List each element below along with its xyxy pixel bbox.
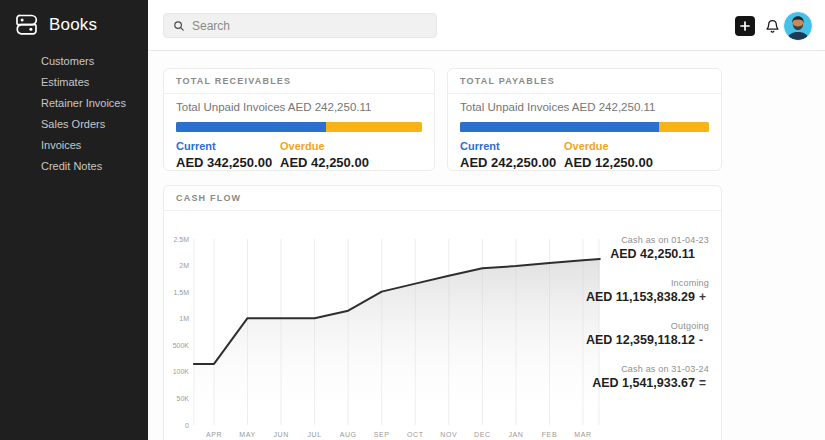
books-dashboard: Books Home Items [0, 0, 825, 440]
payables-title: TOTAL PAYABLES [448, 69, 721, 94]
app-logo[interactable]: Books [0, 0, 148, 47]
svg-text:JUL: JUL [308, 431, 322, 438]
svg-text:SEP: SEP [374, 431, 390, 438]
svg-text:1M: 1M [179, 315, 189, 322]
search-input[interactable] [192, 19, 412, 33]
notifications-button[interactable] [762, 16, 782, 36]
svg-text:2.5M: 2.5M [173, 236, 189, 243]
quick-add-button[interactable] [735, 16, 755, 36]
receivables-current-value: AED 342,250.00 [176, 155, 280, 170]
cash-flow-title: CASH FLOW [164, 186, 721, 211]
stat-value: AED 42,250.11 [610, 247, 695, 261]
books-logo-icon [13, 11, 40, 38]
stat-value: AED 12,359,118.12 [586, 333, 695, 347]
svg-text:50K: 50K [177, 395, 190, 402]
svg-text:APR: APR [206, 431, 222, 438]
payables-progress-bar [460, 122, 709, 132]
svg-text:2M: 2M [179, 262, 189, 269]
stat-outgoing: Outgoing AED 12,359,118.12- [549, 321, 709, 347]
search-icon [173, 20, 185, 32]
payables-current-segment [460, 122, 659, 132]
sidebar-item-invoices[interactable]: Invoices [0, 134, 148, 155]
svg-text:FEB: FEB [542, 431, 557, 438]
equals-symbol: = [699, 376, 709, 390]
receivables-subtitle: Total Unpaid Invoices AED 242,250.11 [176, 101, 422, 113]
total-payables-card: TOTAL PAYABLES Total Unpaid Invoices AED… [447, 68, 722, 171]
cash-flow-chart: 2.5M2M1.5M1M500K100K50K0APRMAYJUNJULAUGS… [169, 229, 609, 440]
search-box [163, 13, 437, 38]
svg-text:JAN: JAN [508, 431, 523, 438]
receivables-progress-bar [176, 122, 422, 132]
payables-subtitle: Total Unpaid Invoices AED 242,250.11 [460, 101, 709, 113]
stat-opening-balance: Cash as on 01-04-23 AED 42,250.11 [549, 235, 709, 261]
stat-incoming: Incoming AED 11,153,838.29+ [549, 278, 709, 304]
payables-current-label: Current [460, 140, 564, 152]
bell-icon [764, 18, 781, 35]
topbar [148, 0, 825, 51]
sidebar-item-customers[interactable]: Customers [0, 50, 148, 71]
svg-text:NOV: NOV [440, 431, 457, 438]
cash-flow-stats: Cash as on 01-04-23 AED 42,250.11 Incomi… [549, 235, 709, 407]
app-title: Books [49, 15, 97, 35]
minus-symbol: - [699, 333, 709, 347]
svg-text:1.5M: 1.5M [173, 289, 189, 296]
svg-text:500K: 500K [173, 342, 190, 349]
svg-text:JUN: JUN [273, 431, 288, 438]
cash-flow-card: CASH FLOW 2.5M2M1.5M1M500K100K50K0APRMAY… [163, 185, 722, 440]
svg-text:DEC: DEC [474, 431, 491, 438]
stat-value: AED 11,153,838.29 [586, 290, 695, 304]
total-receivables-card: TOTAL RECEIVABLES Total Unpaid Invoices … [163, 68, 435, 171]
svg-text:100K: 100K [173, 368, 190, 375]
sidebar-item-retainer-invoices[interactable]: Retainer Invoices [0, 92, 148, 113]
payables-overdue-label: Overdue [564, 140, 653, 152]
sidebar-item-estimates[interactable]: Estimates [0, 71, 148, 92]
sidebar: Books Home Items [0, 0, 148, 440]
main-area: TOTAL RECEIVABLES Total Unpaid Invoices … [148, 0, 825, 440]
svg-text:0: 0 [185, 422, 189, 429]
stat-value: AED 1,541,933.67 [592, 376, 695, 390]
plus-symbol: + [699, 290, 709, 304]
payables-current-value: AED 242,250.00 [460, 155, 564, 170]
receivables-current-label: Current [176, 140, 280, 152]
receivables-overdue-value: AED 42,250.00 [280, 155, 369, 170]
svg-text:MAY: MAY [239, 431, 255, 438]
receivables-title: TOTAL RECEIVABLES [164, 69, 434, 94]
avatar-image [784, 12, 812, 40]
sidebar-nav: Home Items Banking [0, 50, 148, 176]
receivables-current-segment [176, 122, 326, 132]
plus-icon [740, 21, 750, 31]
user-avatar[interactable] [784, 12, 812, 40]
receivables-overdue-label: Overdue [280, 140, 369, 152]
payables-overdue-value: AED 12,250.00 [564, 155, 653, 170]
sidebar-item-sales-orders[interactable]: Sales Orders [0, 113, 148, 134]
svg-text:AUG: AUG [340, 431, 357, 438]
sidebar-item-credit-notes[interactable]: Credit Notes [0, 155, 148, 176]
cash-flow-area-chart: 2.5M2M1.5M1M500K100K50K0APRMAYJUNJULAUGS… [169, 229, 609, 440]
svg-text:MAR: MAR [574, 431, 591, 438]
stat-closing-balance: Cash as on 31-03-24 AED 1,541,933.67= [549, 364, 709, 390]
svg-text:OCT: OCT [407, 431, 424, 438]
